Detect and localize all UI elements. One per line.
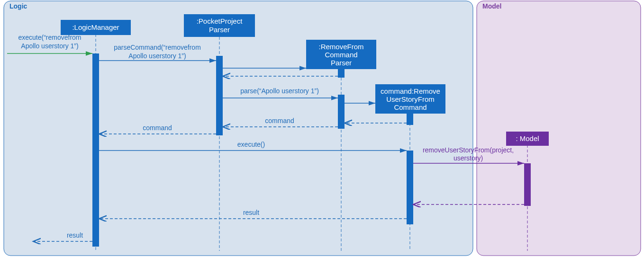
object-logicmanager-label: :LogicManager: [72, 23, 119, 31]
msg-return-command-to-parser-label: command: [265, 117, 294, 124]
object-removecommand-label1: command:Remove: [381, 87, 440, 95]
object-pocketparser-label1: :PocketProject: [197, 17, 243, 25]
object-removeparser: :RemoveFrom Command Parser: [306, 40, 376, 69]
logic-frame-label: Logic: [9, 2, 27, 10]
model-frame-label: Model: [482, 2, 501, 10]
msg-removeuserstoryfrom-label1: removeUserStoryFrom(project,: [423, 146, 514, 154]
msg-result-out-label: result: [67, 231, 83, 239]
object-removeparser-label2: Command: [325, 51, 357, 59]
msg-parsecommand-label1: parseCommand(“removefrom: [114, 44, 201, 51]
object-removeparser-label1: :RemoveFrom: [318, 43, 363, 51]
msg-execute-in-label1: execute(“removefrom: [18, 34, 81, 41]
msg-execute-command-label: execute(): [237, 141, 265, 148]
model-frame: Model: [477, 1, 641, 256]
activation-removeparser-create: [338, 68, 345, 78]
object-removecommand-label2: UserStoryFrom: [386, 95, 435, 103]
activation-removecommand-create: [407, 114, 413, 125]
activation-logicmanager: [92, 53, 99, 247]
object-logicmanager: :LogicManager: [61, 20, 131, 35]
msg-parse-label: parse(“Apollo userstory 1”): [240, 87, 319, 95]
object-model: : Model: [506, 132, 549, 146]
msg-execute-in-label2: Apollo userstory 1”): [21, 42, 78, 50]
msg-parsecommand-label2: Apollo userstory 1”): [128, 52, 186, 60]
msg-removeuserstoryfrom-label2: userstory): [454, 154, 483, 162]
object-pocketparser: :PocketProject Parser: [184, 14, 255, 37]
activation-pocketparser: [216, 56, 223, 135]
msg-return-command-to-logic-label: command: [143, 124, 172, 132]
object-model-label: : Model: [516, 134, 539, 142]
object-removecommand: command:Remove UserStoryFrom Command: [375, 84, 445, 114]
activation-removecommand-exec: [407, 151, 413, 224]
activation-removeparser-parse: [338, 95, 345, 129]
svg-rect-1: [477, 1, 641, 256]
object-removecommand-label3: Command: [394, 103, 426, 111]
activation-model: [524, 163, 531, 206]
msg-return-result-to-logic-label: result: [243, 209, 259, 216]
object-pocketparser-label2: Parser: [209, 26, 230, 34]
object-removeparser-label3: Parser: [331, 59, 352, 67]
